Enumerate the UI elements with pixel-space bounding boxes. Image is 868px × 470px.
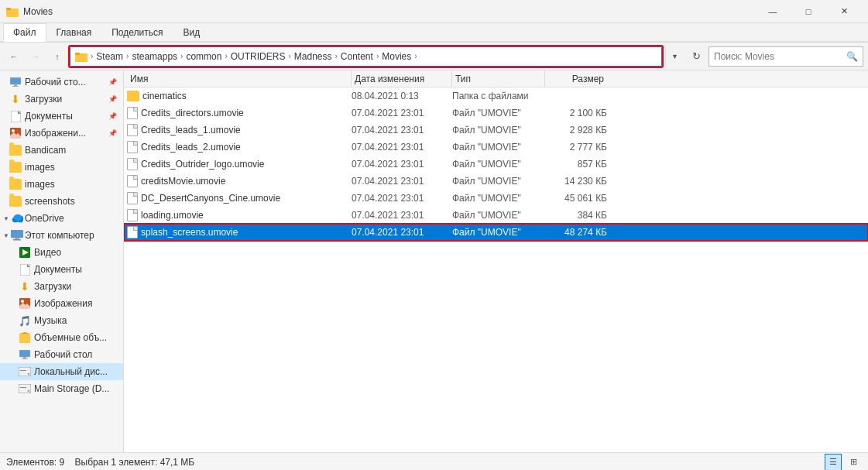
sidebar-item-docs2[interactable]: Документы [0, 261, 123, 278]
sidebar-item-desktop[interactable]: Рабочий сто... 📌 [0, 74, 123, 91]
tab-share[interactable]: Поделиться [101, 23, 173, 41]
breadcrumb-common[interactable]: common [186, 51, 221, 62]
sidebar-item-video[interactable]: Видео [0, 244, 123, 261]
folder-bandicam-icon [9, 144, 22, 156]
search-input[interactable] [714, 51, 843, 62]
file-icon [127, 175, 138, 187]
ribbon-tabs: Файл Главная Поделиться Вид [0, 23, 868, 42]
refresh-button[interactable]: ↻ [687, 46, 705, 67]
file-cell-date: 07.04.2021 23:01 [352, 193, 452, 204]
view-tiles-button[interactable]: ⊞ [845, 454, 862, 471]
back-button[interactable]: ← [5, 47, 23, 66]
sidebar-label-documents: Документы [25, 111, 73, 122]
breadcrumb-movies[interactable]: Movies [382, 51, 411, 62]
svg-rect-15 [13, 239, 21, 241]
sidebar-item-bandicam[interactable]: Bandicam [0, 142, 123, 159]
sidebar-section-thispc[interactable]: ▼ Этот компьютер [0, 227, 123, 244]
sidebar-item-images3[interactable]: images [0, 176, 123, 193]
tab-file[interactable]: Файл [3, 23, 46, 42]
file-row[interactable]: Credits_directors.umovie 07.04.2021 23:0… [124, 105, 868, 122]
file-cell-name: Credits_leads_2.umovie [127, 141, 352, 153]
file-row[interactable]: Credits_leads_1.umovie 07.04.2021 23:01 … [124, 122, 868, 139]
sidebar-label-bandicam: Bandicam [25, 145, 66, 156]
file-cell-date: 07.04.2021 23:01 [352, 176, 452, 187]
pictures2-icon [19, 297, 31, 310]
col-header-size[interactable]: Размер [545, 70, 607, 87]
sidebar-label-pictures2: Изображения [34, 298, 92, 309]
col-header-date[interactable]: Дата изменения [352, 70, 452, 87]
maximize-button[interactable]: □ [791, 0, 826, 23]
breadcrumb-steamapps[interactable]: steamapps [132, 51, 177, 62]
onedrive-icon [11, 212, 23, 225]
file-row[interactable]: Credits_leads_2.umovie 07.04.2021 23:01 … [124, 139, 868, 156]
breadcrumb: › Steam › steamapps › common › OUTRIDERS… [75, 51, 419, 62]
title-bar-left: Movies [6, 5, 53, 18]
breadcrumb-content[interactable]: Content [341, 51, 373, 62]
file-cell-date: 07.04.2021 23:01 [352, 108, 452, 118]
file-cell-date: 07.04.2021 23:01 [352, 125, 452, 136]
address-dropdown-button[interactable]: ▼ [665, 46, 684, 67]
main-area: Рабочий сто... 📌 ⬇ Загрузки 📌 Документы … [0, 70, 868, 452]
up-button[interactable]: ↑ [48, 47, 67, 66]
sidebar-item-images[interactable]: Изображени... 📌 [0, 125, 123, 142]
sidebar-scroll[interactable]: Рабочий сто... 📌 ⬇ Загрузки 📌 Документы … [0, 74, 123, 449]
folder-screenshots-icon [9, 195, 22, 208]
close-button[interactable]: ✕ [826, 0, 862, 23]
sidebar-item-3d[interactable]: Объемные объ... [0, 329, 123, 346]
file-row[interactable]: splash_screens.umovie 07.04.2021 23:01 Ф… [124, 224, 868, 241]
file-icon [127, 209, 138, 221]
svg-point-12 [13, 214, 22, 221]
file-list: cinematics 08.04.2021 0:13 Папка с файла… [124, 87, 868, 452]
images-icon [9, 127, 22, 139]
view-details-button[interactable]: ☰ [825, 454, 842, 471]
file-row[interactable]: creditsMovie.umovie 07.04.2021 23:01 Фай… [124, 173, 868, 190]
sidebar-item-screenshots[interactable]: screenshots [0, 193, 123, 210]
sidebar-section-onedrive[interactable]: ▼ OneDrive [0, 210, 123, 227]
main-storage-icon [19, 383, 31, 395]
status-right: ☰ ⊞ [825, 454, 862, 471]
breadcrumb-madness[interactable]: Madness [294, 51, 332, 62]
sidebar-item-images2[interactable]: images [0, 159, 123, 176]
svg-point-9 [12, 129, 15, 132]
file-cell-type: Файл "UMOVIE" [452, 227, 545, 238]
file-cell-size: 14 230 КБ [545, 176, 607, 187]
folder-images3-icon [9, 178, 22, 190]
file-cell-type: Папка с файлами [452, 91, 545, 101]
download-icon: ⬇ [9, 93, 22, 105]
col-header-name[interactable]: Имя [127, 70, 352, 87]
sidebar-label-onedrive: OneDrive [25, 213, 64, 224]
file-cell-name: Credits_directors.umovie [127, 107, 352, 119]
file-cell-name: DC_DesertCanyons_Cine.umovie [127, 192, 352, 204]
file-cell-name: Credits_leads_1.umovie [127, 124, 352, 136]
download2-icon: ⬇ [19, 280, 31, 293]
file-row[interactable]: DC_DesertCanyons_Cine.umovie 07.04.2021 … [124, 190, 868, 207]
sidebar-label-downloads2: Загрузки [34, 281, 71, 292]
tab-view[interactable]: Вид [173, 23, 210, 41]
breadcrumb-outriders[interactable]: OUTRIDERS [231, 51, 286, 62]
sidebar-label-desktop2: Рабочий стол [34, 349, 92, 360]
sidebar-item-music[interactable]: 🎵 Музыка [0, 312, 123, 329]
ribbon: Файл Главная Поделиться Вид [0, 23, 868, 43]
sidebar-item-downloads[interactable]: ⬇ Загрузки 📌 [0, 91, 123, 108]
col-header-type[interactable]: Тип [452, 70, 545, 87]
sidebar-item-downloads2[interactable]: ⬇ Загрузки [0, 278, 123, 295]
sidebar-item-pictures2[interactable]: Изображения [0, 295, 123, 312]
sidebar-item-local-disk[interactable]: Локальный дис... [0, 363, 123, 380]
svg-rect-3 [75, 53, 80, 55]
address-bar[interactable]: › Steam › steamapps › common › OUTRIDERS… [70, 46, 662, 67]
folder-images2-icon [9, 161, 22, 173]
search-box[interactable]: 🔍 [708, 46, 863, 67]
sidebar-item-documents[interactable]: Документы 📌 [0, 108, 123, 125]
sidebar-item-main-storage[interactable]: Main Storage (D... [0, 380, 123, 397]
sidebar-label-local-disk: Локальный дис... [34, 366, 108, 377]
sidebar-item-desktop2[interactable]: Рабочий стол [0, 346, 123, 363]
breadcrumb-steam[interactable]: Steam [96, 51, 123, 62]
tab-home[interactable]: Главная [46, 23, 102, 41]
file-row[interactable]: Credits_Outrider_logo.umovie 07.04.2021 … [124, 156, 868, 173]
pin-icon-desktop: 📌 [108, 78, 117, 86]
file-row[interactable]: loading.umovie 07.04.2021 23:01 Файл "UM… [124, 207, 868, 224]
minimize-button[interactable]: — [755, 0, 791, 23]
svg-rect-14 [15, 238, 19, 239]
forward-button[interactable]: → [26, 47, 45, 66]
file-row[interactable]: cinematics 08.04.2021 0:13 Папка с файла… [124, 87, 868, 105]
